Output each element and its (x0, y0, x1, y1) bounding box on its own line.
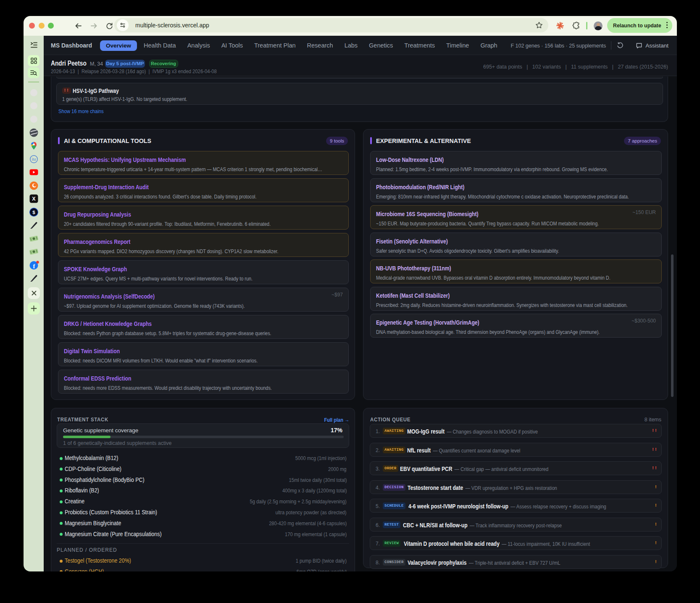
svg-text:ita: ita (32, 157, 36, 161)
svg-text:$: $ (32, 209, 35, 214)
svg-text:f: f (33, 262, 35, 269)
svg-text:X: X (32, 196, 36, 202)
